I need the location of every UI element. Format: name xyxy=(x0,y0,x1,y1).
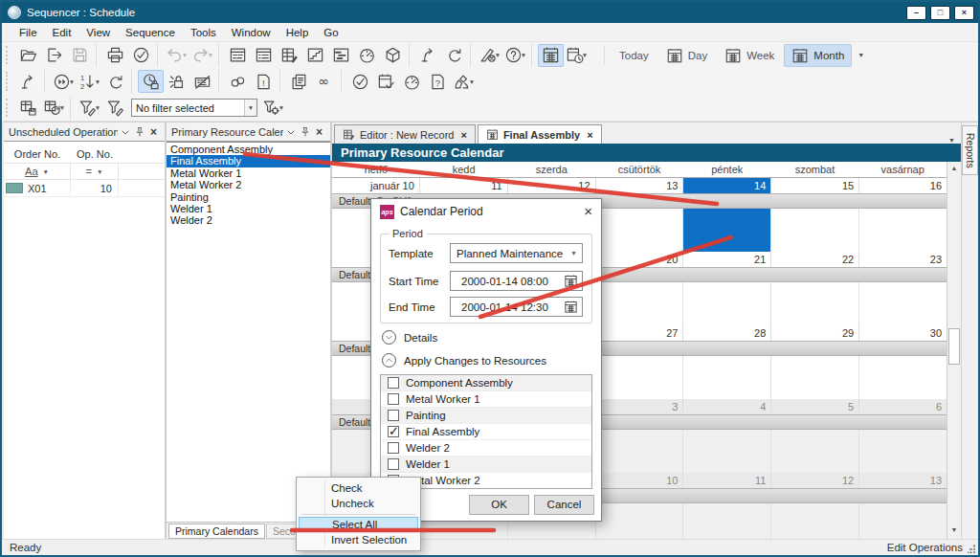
details-expander[interactable]: Details xyxy=(382,330,437,345)
import-export-icon[interactable] xyxy=(41,44,67,67)
filter-apply-icon[interactable] xyxy=(102,97,128,120)
calendar-date-cell[interactable]: 13 xyxy=(859,473,947,488)
list-item[interactable]: Component Assembly xyxy=(167,144,330,155)
dropdown-arrow-icon[interactable] xyxy=(469,78,475,85)
list-item[interactable]: Final Assembly xyxy=(167,155,330,167)
dropdown-arrow-icon[interactable] xyxy=(582,52,588,58)
view-mode-button[interactable]: Day xyxy=(658,44,715,67)
checkbox[interactable] xyxy=(388,426,399,437)
checkbox[interactable] xyxy=(388,410,399,421)
menu-item[interactable]: Go xyxy=(316,25,345,40)
model-view-icon[interactable] xyxy=(380,44,406,67)
list-item[interactable]: Welder 1 xyxy=(167,203,330,214)
start-time-input[interactable]: 2000-01-14 08:00 xyxy=(450,271,583,291)
calendar-date-cell[interactable]: 5 xyxy=(771,399,859,414)
calendar-date-cell[interactable]: 10 xyxy=(596,473,684,488)
checkbox[interactable] xyxy=(388,442,399,454)
column-header[interactable]: Order No. xyxy=(4,145,71,163)
color-settings-icon[interactable] xyxy=(451,70,477,93)
calendar-table-view-icon[interactable] xyxy=(538,44,564,67)
scroll-up-icon[interactable] xyxy=(947,162,961,175)
fix-resource-icon[interactable] xyxy=(164,70,189,93)
calendar-day-cell[interactable] xyxy=(771,209,859,252)
table-row[interactable]: X01 10 xyxy=(4,180,165,197)
menu-item[interactable]: Sequence xyxy=(118,25,183,40)
menu-item[interactable]: Check xyxy=(299,480,418,496)
dropdown-arrow-icon[interactable] xyxy=(208,52,213,58)
calendar-date-cell[interactable]: 4 xyxy=(683,399,771,414)
calendar-day-cell[interactable] xyxy=(771,356,859,399)
list-item[interactable]: Metal Worker 2 xyxy=(167,179,330,190)
calendar-date-cell[interactable]: 12 xyxy=(508,178,596,193)
menu-item[interactable]: Edit xyxy=(45,25,79,40)
schedule-view-icon[interactable] xyxy=(225,44,251,67)
calendar-day-cell[interactable] xyxy=(771,430,859,473)
save-icon[interactable] xyxy=(67,44,93,67)
dropdown-arrow-icon[interactable] xyxy=(95,104,100,111)
tab-reports[interactable]: Reports xyxy=(962,125,978,175)
combobox-arrow-icon[interactable] xyxy=(244,100,256,116)
resource-row[interactable]: Painting xyxy=(381,408,591,424)
close-button[interactable]: × xyxy=(954,6,974,20)
close-icon[interactable] xyxy=(312,124,326,139)
chevron-down-icon[interactable] xyxy=(97,168,102,175)
calendar-date-cell[interactable]: 29 xyxy=(771,325,859,341)
view-mode-button[interactable]: Month xyxy=(784,44,852,67)
close-icon[interactable] xyxy=(146,124,161,139)
menu-item[interactable]: Window xyxy=(224,25,278,40)
view-mode-button[interactable]: Today xyxy=(612,44,657,67)
menu-item[interactable]: Help xyxy=(278,25,317,40)
calendar-day-cell[interactable] xyxy=(596,356,684,399)
pin-icon[interactable] xyxy=(132,124,146,139)
validate-icon[interactable] xyxy=(128,44,154,67)
calendar-day-cell[interactable] xyxy=(859,356,947,399)
filter-settings-icon[interactable] xyxy=(260,97,286,120)
calendar-date-cell[interactable]: 6 xyxy=(859,399,947,414)
menu-item[interactable]: Select All xyxy=(299,517,418,532)
dropdown-arrow-icon[interactable] xyxy=(278,104,284,111)
checkbox[interactable] xyxy=(388,393,399,405)
calendar-day-cell[interactable] xyxy=(683,282,771,325)
tab-primary-calendars[interactable]: Primary Calendars xyxy=(168,524,265,539)
calendar-date-cell[interactable]: 27 xyxy=(596,325,684,341)
calendar-day-cell[interactable] xyxy=(771,503,859,539)
panel-menu-icon[interactable] xyxy=(118,124,132,139)
dropdown-arrow-icon[interactable] xyxy=(495,52,501,58)
schedule-forward-icon[interactable] xyxy=(15,70,41,93)
dropdown-arrow-icon[interactable] xyxy=(521,52,526,58)
calendar-day-cell[interactable] xyxy=(859,282,947,325)
calendar-date-cell[interactable]: 12 xyxy=(771,473,859,488)
document-tab[interactable]: Editor : New Record xyxy=(334,124,476,144)
calendar-clock-view-icon[interactable] xyxy=(564,44,590,67)
calendar-check-icon[interactable] xyxy=(373,70,399,93)
calendar-date-cell[interactable]: 30 xyxy=(859,325,947,341)
sort-sequence-icon[interactable] xyxy=(77,70,102,93)
calendar-date-cell[interactable]: január 10 xyxy=(332,178,420,193)
calendar-date-cell[interactable]: 15 xyxy=(771,178,859,193)
performance-icon[interactable] xyxy=(399,70,425,93)
calendar-date-cell[interactable]: 13 xyxy=(596,178,684,193)
scroll-down-icon[interactable] xyxy=(947,524,961,537)
load-graph-icon[interactable] xyxy=(302,44,328,67)
text-filter-cell[interactable]: Aa xyxy=(4,163,71,180)
calendar-date-cell[interactable]: 22 xyxy=(771,252,859,267)
numeric-filter-cell[interactable]: = xyxy=(71,163,119,180)
calendar-date-cell[interactable]: 23 xyxy=(859,252,947,267)
calendar-day-cell[interactable] xyxy=(683,356,771,399)
chevron-down-icon[interactable] xyxy=(43,168,49,175)
resource-row[interactable]: Welder 1 xyxy=(381,457,591,473)
list-item[interactable]: Welder 2 xyxy=(167,214,330,226)
menu-item[interactable]: Tools xyxy=(183,25,224,40)
calendar-day-cell[interactable] xyxy=(859,503,947,539)
operations-list-icon[interactable] xyxy=(251,44,277,67)
dropdown-arrow-icon[interactable] xyxy=(95,78,100,85)
filter-combobox[interactable]: No filter selected xyxy=(131,99,257,117)
vertical-scrollbar[interactable] xyxy=(947,162,961,539)
gantt-view-icon[interactable] xyxy=(328,44,354,67)
resource-row[interactable]: Welder 2 xyxy=(381,440,591,457)
tab-close-icon[interactable] xyxy=(585,129,592,141)
documents-icon[interactable] xyxy=(286,70,312,93)
calendar-day-cell[interactable] xyxy=(859,209,947,252)
calendar-date-cell[interactable]: 20 xyxy=(596,252,684,267)
tab-overflow-icon[interactable] xyxy=(948,137,955,144)
